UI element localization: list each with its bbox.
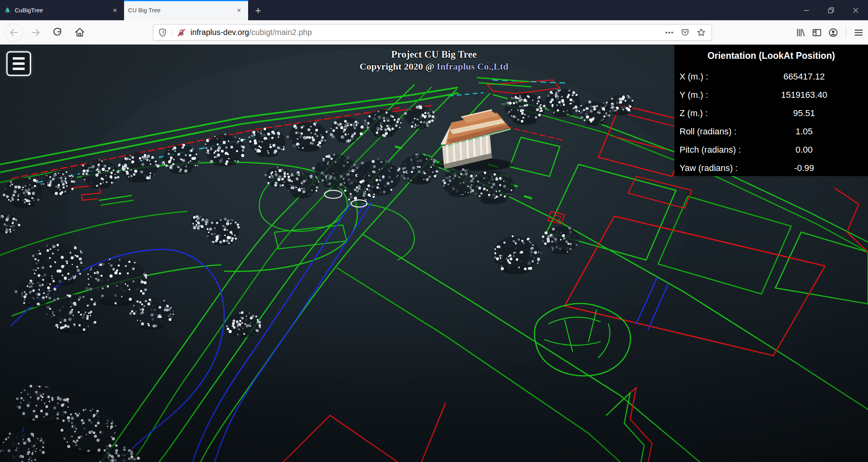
tab-title: CU Big Tree (128, 7, 234, 14)
orientation-row: Pitch (radians) :0.00 (674, 141, 868, 159)
tab-close-icon[interactable]: × (234, 5, 244, 16)
tree-favicon-icon (4, 7, 11, 14)
minimize-icon (802, 6, 811, 15)
close-window-button[interactable] (843, 0, 868, 20)
orientation-label: Pitch (radians) : (674, 145, 759, 155)
pocket-icon[interactable] (680, 28, 690, 37)
orientation-value: 1.05 (759, 126, 849, 137)
app-menu-icon[interactable] (853, 27, 864, 38)
back-icon (9, 27, 19, 38)
orientation-value: 0.00 (759, 145, 849, 155)
toolbar-right (795, 27, 864, 38)
url-text[interactable]: infraplus-dev.org/cubigt/main2.php (190, 28, 312, 37)
back-button[interactable] (5, 23, 23, 42)
minimize-button[interactable] (794, 0, 819, 20)
tab-bar: CuBigTree × CU Big Tree × + (0, 0, 868, 20)
tab-cu-big-tree-active[interactable]: CU Big Tree × (124, 0, 248, 20)
orientation-row: Roll (radians) :1.05 (674, 122, 868, 141)
orientation-rows: X (m.) :665417.12Y (m.) :1519163.40Z (m.… (674, 68, 868, 177)
viewer-menu-button[interactable] (6, 51, 31, 76)
restore-button[interactable] (819, 0, 843, 20)
toolbar-separator (846, 27, 846, 38)
insecure-lock-icon[interactable] (177, 28, 186, 37)
orientation-label: Y (m.) : (674, 90, 759, 100)
url-path: /cubigt/main2.php (249, 28, 312, 37)
tab-close-icon[interactable]: × (110, 5, 120, 16)
orientation-label: Roll (radians) : (674, 126, 759, 137)
hamburger-icon (13, 57, 25, 60)
orientation-row: Yaw (radians) :-0.99 (674, 159, 868, 177)
orientation-panel-title: Orientation (LookAt Position) (674, 50, 868, 61)
orientation-label: Z (m.) : (674, 108, 759, 118)
orientation-row: Y (m.) :1519163.40 (674, 86, 868, 104)
tracking-protection-shield-icon[interactable] (158, 28, 167, 37)
navigation-toolbar: infraplus-dev.org/cubigt/main2.php ••• (0, 20, 868, 45)
page-actions: ••• (665, 27, 706, 37)
close-icon (851, 6, 860, 15)
urlbar-separator (172, 28, 172, 37)
orientation-panel: Orientation (LookAt Position) X (m.) :66… (674, 45, 868, 176)
url-bar[interactable]: infraplus-dev.org/cubigt/main2.php ••• (153, 24, 712, 41)
home-icon (74, 27, 85, 38)
orientation-value: -0.99 (759, 163, 849, 173)
orientation-label: Yaw (radians) : (674, 163, 759, 173)
window-controls (794, 0, 868, 20)
orientation-value: 665417.12 (759, 72, 849, 82)
tab-cubigtree[interactable]: CuBigTree × (0, 0, 124, 20)
sidebar-toggle-icon[interactable] (812, 27, 822, 38)
orientation-row: X (m.) :665417.12 (674, 68, 868, 86)
home-button[interactable] (71, 24, 88, 41)
page-content: Project CU Big Tree Copyright 2020 @ Inf… (0, 45, 868, 462)
url-host: infraplus-dev.org (190, 28, 249, 37)
forward-button[interactable] (27, 24, 45, 41)
bookmark-star-icon[interactable] (696, 27, 706, 37)
orientation-value: 1519163.40 (759, 90, 849, 100)
new-tab-button[interactable]: + (251, 4, 265, 17)
restore-icon (827, 6, 835, 15)
reload-icon (52, 27, 62, 38)
tab-title: CuBigTree (15, 7, 110, 14)
forward-icon (31, 27, 41, 38)
page-actions-icon[interactable]: ••• (665, 29, 674, 36)
reload-button[interactable] (49, 24, 66, 41)
library-icon[interactable] (795, 27, 806, 38)
account-icon[interactable] (828, 27, 839, 38)
orientation-value: 95.51 (759, 108, 849, 118)
orientation-label: X (m.) : (674, 72, 759, 82)
orientation-row: Z (m.) :95.51 (674, 104, 868, 122)
